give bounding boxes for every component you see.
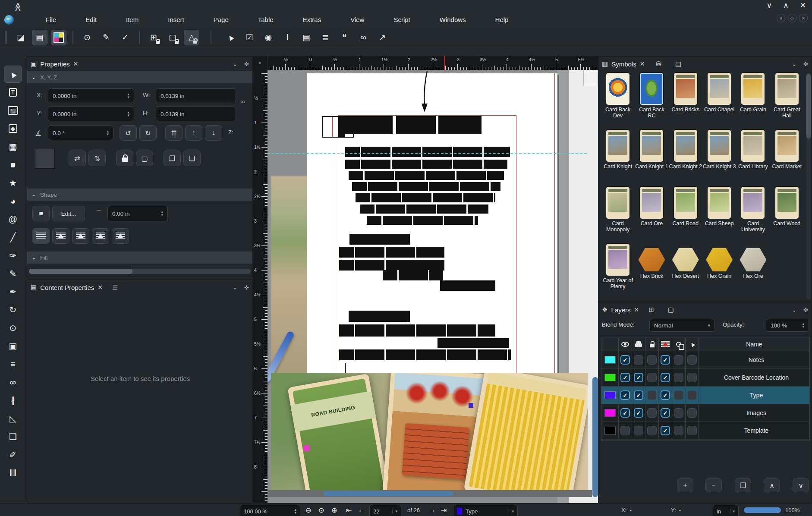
- insert-arc-tool[interactable]: ◕: [4, 192, 22, 210]
- group-button[interactable]: ❒: [164, 151, 181, 166]
- redacted-text-block[interactable]: [339, 247, 444, 258]
- insert-calligraphic-line-tool[interactable]: ✒: [4, 283, 22, 300]
- pin-icon[interactable]: ✜: [803, 307, 808, 313]
- symbol-item[interactable]: Card Ore: [635, 187, 668, 244]
- pdf-push-button-tool[interactable]: ▲: [223, 30, 238, 45]
- active-layer-select[interactable]: Type ▾: [453, 505, 518, 516]
- redacted-text-block[interactable]: [349, 171, 504, 180]
- redacted-text-block[interactable]: [356, 193, 495, 202]
- insert-image-frame-tool[interactable]: ▨: [4, 102, 22, 119]
- redacted-text-block[interactable]: [411, 260, 444, 271]
- ruler-origin-button[interactable]: ⌖: [253, 56, 268, 70]
- text-flow-clip-button[interactable]: [112, 228, 129, 244]
- section-xyz-header[interactable]: ⌄ X, Y, Z: [27, 71, 252, 83]
- symbol-item[interactable]: Card Knight 3: [702, 130, 736, 187]
- layer-checkbox[interactable]: [647, 373, 657, 382]
- edit-document-button[interactable]: ✎: [98, 30, 114, 45]
- symbol-item[interactable]: Card Year of Plenty: [601, 244, 635, 301]
- layer-checkbox[interactable]: [620, 426, 630, 435]
- layer-checkbox[interactable]: [634, 355, 643, 365]
- save-document-button[interactable]: [51, 30, 66, 45]
- opacity-field[interactable]: 100 %▴▾: [766, 319, 809, 332]
- chevron-down-icon[interactable]: ⌄: [792, 61, 796, 67]
- select-item-tool[interactable]: ▲: [4, 66, 22, 83]
- rotate-item-tool[interactable]: ↻: [4, 301, 22, 318]
- redacted-text-block[interactable]: [339, 324, 495, 337]
- doc-restore-button[interactable]: ∨: [777, 14, 785, 22]
- copy-item-properties-tool[interactable]: ❏: [4, 428, 22, 445]
- symbol-item[interactable]: Card Market: [770, 130, 804, 187]
- menu-item[interactable]: Item: [111, 13, 153, 27]
- canvas[interactable]: ROAD BUILDING: [268, 70, 598, 503]
- layer-checkbox[interactable]: ✓: [620, 390, 630, 400]
- layer-checkbox[interactable]: [687, 390, 697, 400]
- layer-checkbox[interactable]: [647, 390, 657, 400]
- redacted-text-block[interactable]: [360, 205, 488, 214]
- export-pdf-button[interactable]: ✓: [117, 30, 133, 45]
- ungroup-button[interactable]: ❏: [183, 151, 201, 166]
- layer-checkbox[interactable]: ✓: [661, 390, 670, 400]
- add-layer-button[interactable]: +: [677, 478, 693, 492]
- symbol-item[interactable]: Card Sheep: [702, 187, 736, 244]
- pin-icon[interactable]: ✜: [244, 61, 249, 67]
- insert-spiral-tool[interactable]: @: [4, 211, 22, 228]
- selection-handle[interactable]: [304, 445, 310, 451]
- popup-annotation-tool[interactable]: ↗: [375, 30, 390, 45]
- last-page-button[interactable]: ⇥: [441, 503, 447, 516]
- layer-checkbox[interactable]: [687, 373, 697, 382]
- properties-scrollbar[interactable]: [29, 269, 251, 274]
- arrow-annotation[interactable]: [420, 71, 431, 112]
- new-document-button[interactable]: ◪: [13, 30, 28, 45]
- insert-text-frame-tool[interactable]: T: [4, 84, 22, 101]
- close-icon[interactable]: ✕: [73, 60, 79, 67]
- redacted-text-block[interactable]: [349, 311, 410, 322]
- layer-checkbox[interactable]: ✓: [661, 373, 670, 382]
- layer-checkbox[interactable]: [674, 390, 683, 400]
- menu-item[interactable]: Help: [481, 13, 523, 27]
- redacted-text-block[interactable]: [352, 182, 500, 191]
- text-flow-bounding-box-button[interactable]: [72, 228, 89, 244]
- cover-photo[interactable]: ROAD BUILDING: [271, 373, 588, 490]
- close-icon[interactable]: ✕: [640, 60, 645, 67]
- text-flow-contour-button[interactable]: [92, 228, 109, 244]
- menu-item[interactable]: Edit: [71, 13, 111, 27]
- pin-icon[interactable]: ✜: [803, 61, 808, 67]
- symbol-item[interactable]: Hex Desert: [669, 244, 702, 301]
- pdf-text-field-tool[interactable]: Ⅰ: [280, 30, 295, 45]
- layer-checkbox[interactable]: [647, 355, 657, 365]
- tree-view-icon[interactable]: ⊞: [648, 306, 654, 314]
- symbol-item[interactable]: Hex Brick: [635, 244, 668, 301]
- menu-item[interactable]: Script: [379, 13, 425, 27]
- symbol-item[interactable]: Card Back Dev: [601, 73, 635, 130]
- symbols-scrollbar[interactable]: [806, 73, 811, 300]
- measurements-tool[interactable]: ◺: [4, 410, 22, 427]
- panel-options-icon[interactable]: ▤: [675, 60, 681, 68]
- symbol-item[interactable]: Card Back RC: [635, 73, 668, 130]
- layer-color-swatch[interactable]: [605, 427, 615, 434]
- close-button[interactable]: ✕: [800, 1, 806, 10]
- layer-checkbox[interactable]: ✓: [661, 426, 670, 435]
- layer-row[interactable]: ✓ Template: [601, 422, 809, 440]
- lock-frame-button[interactable]: ▢: [165, 30, 180, 45]
- h-field[interactable]: 0.0139 in: [156, 107, 236, 121]
- unit-select[interactable]: in ▾: [713, 505, 739, 516]
- outline-icon[interactable]: ▢: [668, 306, 674, 314]
- symbol-item[interactable]: Card Grain: [736, 73, 770, 130]
- redacted-text-block[interactable]: [345, 160, 507, 169]
- horizontal-guide[interactable]: [268, 153, 587, 154]
- minimize-button[interactable]: ∨: [767, 1, 772, 10]
- chevron-down-icon[interactable]: ⌄: [233, 61, 237, 67]
- layer-checkbox[interactable]: [687, 355, 697, 365]
- bleed-image-strip[interactable]: [271, 176, 307, 379]
- shape-selector-button[interactable]: ■: [32, 206, 50, 221]
- lock-table-button[interactable]: ⊞: [146, 30, 161, 45]
- menu-item[interactable]: Windows: [425, 13, 481, 27]
- symbol-item[interactable]: Hex Grain: [702, 244, 736, 301]
- menu-item[interactable]: Extras: [288, 13, 336, 27]
- stack-icon[interactable]: ⛁: [656, 60, 661, 68]
- layer-checkbox[interactable]: ✓: [620, 408, 630, 418]
- blend-mode-select[interactable]: Normal▾: [649, 319, 715, 332]
- text-flow-disabled-button[interactable]: [32, 228, 50, 244]
- redacted-text-block[interactable]: [440, 280, 495, 291]
- level-down-button[interactable]: ↓: [205, 125, 222, 141]
